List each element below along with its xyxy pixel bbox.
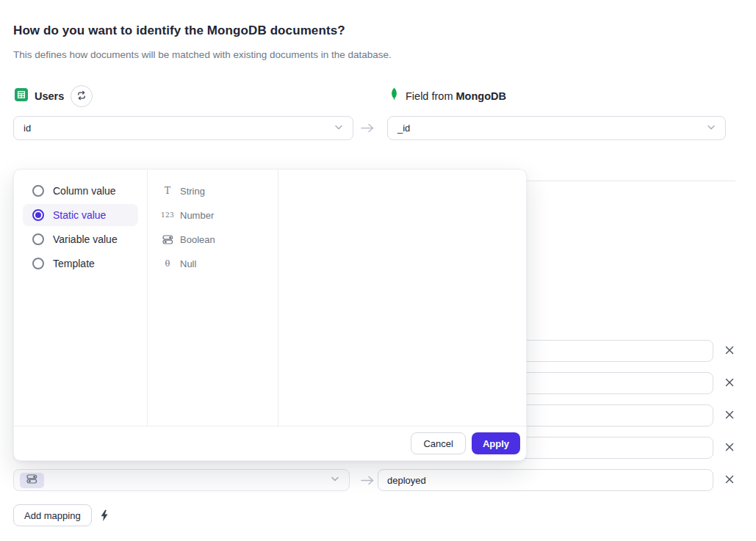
type-string[interactable]: T String [162, 180, 278, 202]
arrow-right-icon [359, 123, 375, 137]
value-kind-list: Column value Static value Variable value… [14, 170, 148, 426]
target-field-value: _id [397, 123, 706, 134]
source-value-select[interactable] [13, 469, 350, 491]
chevron-down-icon [330, 473, 340, 487]
null-icon: θ [162, 258, 173, 269]
radio-icon[interactable] [32, 258, 44, 269]
page-title: How do you want to identify the MongoDB … [13, 23, 345, 38]
option-label: Static value [53, 209, 106, 221]
popover-detail-panel [278, 170, 526, 426]
option-static-value[interactable]: Static value [23, 204, 138, 226]
type-null[interactable]: θ Null [162, 253, 278, 275]
source-field-select[interactable]: id [13, 116, 353, 140]
boolean-icon [162, 235, 173, 244]
chevron-down-icon [706, 122, 716, 134]
mongodb-leaf-icon [389, 87, 399, 105]
close-icon [724, 474, 735, 487]
option-label: Template [53, 258, 95, 269]
remove-mapping-button[interactable] [723, 344, 736, 357]
remove-mapping-button[interactable] [723, 409, 736, 422]
number-icon: 123 [162, 211, 173, 219]
swap-source-button[interactable] [71, 85, 93, 107]
remove-mapping-button[interactable] [723, 377, 736, 390]
radio-icon[interactable] [32, 209, 44, 221]
target-name: Field from MongoDB [406, 90, 506, 102]
type-label: Null [180, 258, 196, 269]
section-divider [527, 181, 735, 181]
value-type-popover: Column value Static value Variable value… [13, 169, 527, 461]
string-icon: T [162, 186, 173, 196]
swap-icon [76, 90, 87, 103]
source-header: Users [15, 85, 93, 107]
target-field-select[interactable]: _id [387, 116, 726, 140]
page-subtitle: This defines how documents will be match… [13, 49, 392, 60]
popover-body: Column value Static value Variable value… [14, 170, 526, 426]
type-label: String [180, 186, 205, 197]
arrow-right-icon [359, 475, 375, 489]
boolean-icon [26, 473, 37, 487]
source-name: Users [35, 90, 64, 102]
apply-button[interactable]: Apply [472, 432, 520, 454]
close-icon [724, 410, 735, 422]
radio-icon[interactable] [32, 185, 44, 197]
mongodb-field-input[interactable] [378, 469, 713, 491]
remove-mapping-button[interactable] [723, 473, 736, 487]
option-label: Variable value [53, 233, 118, 245]
add-mapping-button[interactable]: Add mapping [13, 504, 92, 526]
option-label: Column value [53, 185, 116, 197]
type-boolean[interactable]: Boolean [162, 228, 278, 250]
cancel-button[interactable]: Cancel [411, 432, 465, 454]
close-icon [724, 345, 735, 357]
option-variable-value[interactable]: Variable value [23, 228, 138, 250]
value-type-list: T String 123 Number Boolean θ Null [148, 170, 278, 426]
close-icon [724, 377, 735, 390]
type-number[interactable]: 123 Number [162, 204, 278, 226]
boolean-type-badge [20, 473, 44, 488]
lightning-bolt-icon[interactable] [100, 509, 109, 525]
radio-icon[interactable] [32, 233, 44, 245]
close-icon [724, 442, 735, 454]
type-label: Boolean [180, 234, 215, 245]
spreadsheet-icon [15, 88, 28, 104]
chevron-down-icon [334, 122, 344, 134]
option-column-value[interactable]: Column value [23, 180, 138, 202]
target-header: Field from MongoDB [389, 85, 506, 107]
popover-footer: Cancel Apply [14, 426, 526, 460]
type-label: Number [180, 210, 214, 221]
source-field-value: id [24, 123, 334, 134]
remove-mapping-button[interactable] [723, 441, 736, 454]
option-template[interactable]: Template [23, 253, 138, 275]
